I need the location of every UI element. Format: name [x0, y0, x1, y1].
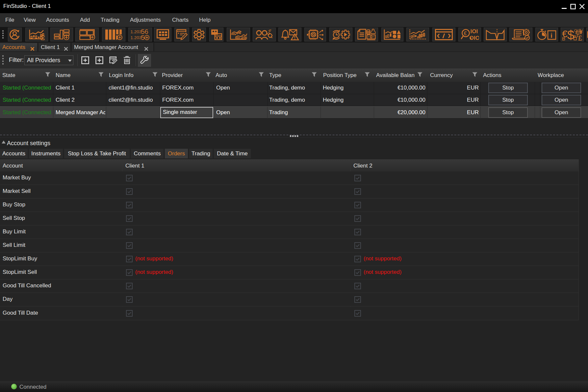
svg-text:5: 5: [141, 34, 145, 40]
svg-text:1.203: 1.203: [131, 35, 142, 40]
svg-text:€: €: [464, 31, 467, 36]
svg-text:£: £: [578, 34, 582, 41]
svg-text:B: B: [562, 36, 565, 41]
svg-text:i: i: [550, 32, 552, 39]
svg-text:IOI: IOI: [470, 29, 478, 35]
svg-text:1.203: 1.203: [131, 29, 142, 34]
svg-text:$: $: [567, 29, 574, 41]
